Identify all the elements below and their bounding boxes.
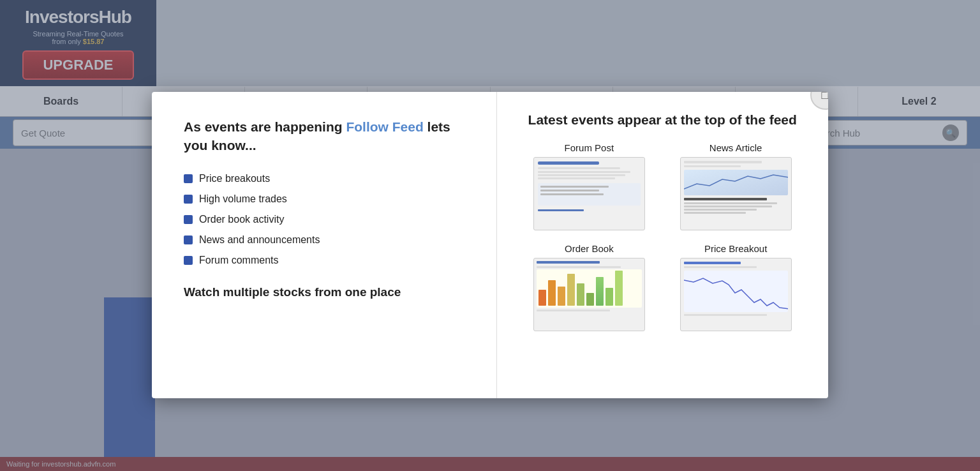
preview-news-article-label: News Article bbox=[709, 142, 762, 153]
feature-item-3: Order book activity bbox=[184, 214, 464, 225]
preview-grid: Forum Post bbox=[523, 142, 803, 331]
modal-right-title: Latest events appear at the top of the f… bbox=[523, 111, 803, 128]
feature-bullet-5 bbox=[184, 256, 193, 265]
feature-item-5: Forum comments bbox=[184, 255, 464, 266]
watch-text: Watch multiple stocks from one place bbox=[184, 285, 464, 299]
feature-bullet-1 bbox=[184, 174, 193, 183]
preview-price-breakout-label: Price Breakout bbox=[704, 243, 767, 254]
feature-bullet-2 bbox=[184, 195, 193, 204]
preview-news-article: News Article bbox=[669, 142, 803, 230]
preview-order-book: Order Book bbox=[523, 243, 657, 331]
modal-title: As events are happening Follow Feed lets… bbox=[184, 117, 464, 155]
feature-item-1: Price breakouts bbox=[184, 173, 464, 184]
preview-price-breakout-img bbox=[680, 258, 792, 331]
preview-order-book-img bbox=[533, 258, 645, 331]
modal-left-panel: As events are happening Follow Feed lets… bbox=[152, 92, 497, 398]
modal-right-panel: Latest events appear at the top of the f… bbox=[497, 92, 829, 398]
preview-forum-post-label: Forum Post bbox=[565, 142, 614, 153]
preview-news-article-img bbox=[680, 157, 792, 230]
feature-item-2: High volume trades bbox=[184, 193, 464, 205]
modal-dialog: □ As events are happening Follow Feed le… bbox=[152, 92, 828, 398]
feature-item-4: News and announcements bbox=[184, 234, 464, 246]
feature-list: Price breakouts High volume trades Order… bbox=[184, 173, 464, 266]
feature-bullet-4 bbox=[184, 236, 193, 244]
preview-price-breakout: Price Breakout bbox=[669, 243, 803, 331]
preview-forum-post: Forum Post bbox=[523, 142, 657, 230]
modal-overlay: □ As events are happening Follow Feed le… bbox=[0, 0, 980, 471]
feature-bullet-3 bbox=[184, 215, 193, 224]
preview-order-book-label: Order Book bbox=[565, 243, 614, 254]
preview-forum-post-img bbox=[533, 157, 645, 230]
